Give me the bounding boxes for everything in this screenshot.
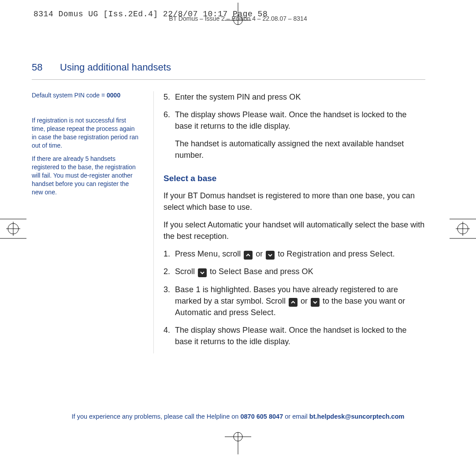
step-text: Scroll — [175, 267, 197, 276]
page-heading: 58 Using additional handsets — [32, 62, 425, 80]
footer-phone: 0870 605 8047 — [240, 413, 283, 420]
step-text: . — [274, 308, 276, 317]
sidebar-note-retry: If registration is not successful first … — [32, 116, 141, 150]
step-5: 5. Enter the system PIN and press OK — [164, 91, 425, 103]
ui-label-please-wait: Please wait — [242, 110, 284, 119]
step-number: 3. — [164, 284, 170, 295]
sidebar-pin: Default system PIN code = 0000 — [32, 91, 141, 100]
svg-point-13 — [457, 223, 468, 234]
sidebar: Default system PIN code = 0000 If regist… — [32, 91, 141, 353]
step-text: The display shows — [175, 110, 242, 119]
ui-label-please-wait: Please wait — [242, 326, 284, 334]
footer-text: or email — [283, 413, 309, 420]
chevron-up-icon — [244, 251, 253, 260]
select-base-step-3: 3. Base 1 is highlighted. Bases you have… — [164, 284, 425, 318]
ui-label-registration: Registration — [286, 249, 331, 258]
ui-label-ok: OK — [289, 93, 301, 101]
step-number: 2. — [164, 266, 170, 277]
step-number: 4. — [164, 324, 170, 336]
sidebar-pin-label: Default system PIN code = — [32, 92, 107, 99]
step-text: Press — [175, 249, 197, 258]
register-mark-right — [445, 211, 476, 246]
para-auto-assigned: The handset is automatically assigned th… — [164, 138, 425, 161]
page-body: 58 Using additional handsets Default sys… — [32, 62, 425, 353]
register-mark-left — [0, 211, 31, 246]
svg-point-5 — [234, 432, 242, 441]
sidebar-pin-value: 0000 — [107, 92, 120, 99]
para-automatic: If you select Automatic your handset wil… — [164, 219, 425, 242]
step-text: . — [393, 249, 395, 258]
step-text: to the base you want or — [320, 297, 405, 305]
ui-label-select-base: Select Base — [219, 267, 262, 276]
step-text: and press — [212, 308, 251, 317]
chevron-down-icon — [311, 298, 320, 307]
step-text: to — [275, 249, 286, 258]
sidebar-note-limit: If there are already 5 handsets register… — [32, 155, 141, 196]
footer: If you experience any problems, please c… — [0, 413, 476, 420]
page-number: 58 — [32, 62, 48, 73]
ui-label-select: Select — [251, 308, 274, 317]
ui-label-base-1: Base 1 — [175, 285, 201, 294]
ui-label-ok: OK — [301, 267, 313, 276]
step-number: 5. — [164, 91, 170, 103]
chevron-down-icon — [266, 251, 275, 260]
chevron-up-icon — [289, 298, 298, 307]
page-title: Using additional handsets — [60, 62, 171, 73]
register-mark-bottom — [220, 428, 256, 454]
svg-point-8 — [8, 223, 19, 234]
ui-label-automatic: Automatic — [175, 308, 212, 317]
step-text: The display shows — [175, 326, 242, 334]
step-number: 6. — [164, 109, 170, 120]
step-text: and press — [331, 249, 370, 258]
select-base-step-4: 4. The display shows Please wait. Once t… — [164, 324, 425, 347]
doc-header: BT Domus – Issue 2 – Edition 4 – 22.08.0… — [0, 15, 476, 22]
section-select-a-base: Select a base — [164, 172, 425, 185]
ui-label-select: Select — [370, 249, 393, 258]
main-column: 5. Enter the system PIN and press OK 6. … — [153, 91, 425, 353]
step-number: 1. — [164, 248, 170, 260]
step-text: , scroll — [218, 249, 243, 258]
footer-email: bt.helpdesk@suncorptech.com — [309, 413, 405, 420]
step-6: 6. The display shows Please wait. Once t… — [164, 109, 425, 132]
ui-label-menu: Menu — [197, 249, 218, 258]
footer-text: If you experience any problems, please c… — [72, 413, 241, 420]
para-multi-base: If your BT Domus handset is registered t… — [164, 190, 425, 213]
chevron-down-icon — [198, 268, 207, 277]
step-text: or — [298, 297, 310, 305]
select-base-step-2: 2. Scroll to Select Base and press OK — [164, 266, 425, 277]
step-text: or — [253, 249, 265, 258]
select-base-step-1: 1. Press Menu, scroll or to Registration… — [164, 248, 425, 260]
step-text: Enter the system PIN and press — [175, 93, 289, 101]
step-text: and press — [262, 267, 301, 276]
step-text: to — [208, 267, 219, 276]
